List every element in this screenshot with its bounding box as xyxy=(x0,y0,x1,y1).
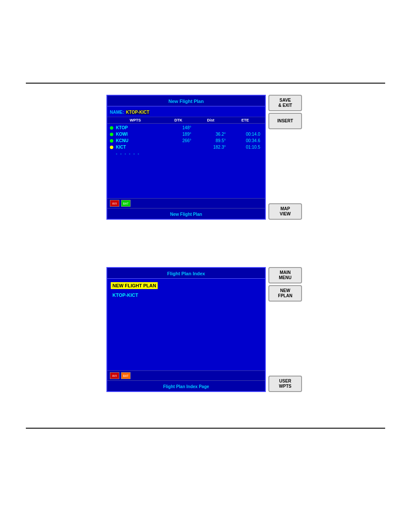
screen1-name-label: NAME: xyxy=(110,110,124,115)
page-container: New Flight Plan NAME: KTOP-KICT WPTS DTK… xyxy=(0,0,411,532)
bat-icon: BAT xyxy=(121,200,131,207)
screen2-content: NEW FLIGHT PLAN KTOP-KICT xyxy=(107,279,265,370)
wpt-name-kowi: KOWI xyxy=(116,132,163,137)
screen1-name-value: KTOP-KICT xyxy=(126,110,149,115)
screen2-footer-text: Flight Plan Index Page xyxy=(163,384,209,389)
wpt-ete-kict: 01:10.5 xyxy=(228,145,262,149)
screen1-title: New Flight Plan xyxy=(168,99,204,104)
wpt-dist-kowi: 36.2° xyxy=(193,132,228,137)
save-exit-button[interactable]: SAVE& EXIT xyxy=(268,95,302,111)
new-fplan-button[interactable]: NEWFPLAN xyxy=(268,285,302,302)
screen2-title-bar: Flight Plan Index xyxy=(107,268,265,279)
divider-top xyxy=(26,83,385,84)
col-header-dtk: DTK xyxy=(163,118,193,122)
screen1-buttons: SAVE& EXIT INSERT MAPVIEW xyxy=(266,95,305,220)
waypoint-row-kcnu: KCNU 266° 89.5° 00:34.6 xyxy=(107,137,265,144)
screen2-btn-spacer xyxy=(268,303,305,374)
col-header-ete: ETE xyxy=(228,118,262,122)
user-wpts-label: USERWPTS xyxy=(279,379,292,389)
insert-label: INSERT xyxy=(277,118,293,124)
col-header-wpts: WPTS xyxy=(107,118,163,122)
screen2-footer: Flight Plan Index Page xyxy=(107,380,265,391)
screen2-status-bar: WX BAT xyxy=(107,370,265,380)
waypoint-row-kict: KICT 182.3° 01:10.5 xyxy=(107,144,265,150)
wpt-dot-kcnu xyxy=(107,139,116,143)
wpt-dot-kowi xyxy=(107,133,116,136)
screen1-header-row: WPTS DTK Dist ETE xyxy=(107,117,265,124)
screen1-footer: New Flight Plan xyxy=(107,208,265,219)
col-header-dist: Dist xyxy=(193,118,228,122)
screen1-footer-text: New Flight Plan xyxy=(170,212,202,217)
new-fplan-label: NEWFPLAN xyxy=(278,288,292,299)
main-menu-label: MAINMENU xyxy=(279,270,291,280)
map-view-label: MAPVIEW xyxy=(280,206,291,217)
map-view-button[interactable]: MAPVIEW xyxy=(268,203,302,220)
wpt-name-kict: KICT xyxy=(116,145,163,149)
wpt-ete-kcnu: 00:34.6 xyxy=(228,138,262,143)
wpt-name-kcnu: KCNU xyxy=(116,138,163,143)
screen1-data-area: KTOP 148° KOWI 189° 36.2° 00:14.0 KCNU xyxy=(107,124,265,198)
wpt-ete-kowi: 00:14.0 xyxy=(228,132,262,137)
screen2-plan-item-ktop-kict[interactable]: KTOP-KICT xyxy=(111,292,262,299)
waypoint-row-ktop: KTOP 148° xyxy=(107,124,265,131)
waypoint-row-kowi: KOWI 189° 36.2° 00:14.0 xyxy=(107,131,265,137)
wpt-dtk-ktop: 148° xyxy=(163,125,193,130)
button-spacer-1 xyxy=(268,131,305,202)
screen1-display: New Flight Plan NAME: KTOP-KICT WPTS DTK… xyxy=(106,95,266,220)
screen1-container: New Flight Plan NAME: KTOP-KICT WPTS DTK… xyxy=(106,95,305,220)
wpt-dist-kict: 182.3° xyxy=(193,145,228,149)
screen1-status-bar: WX BAT xyxy=(107,198,265,208)
main-menu-button[interactable]: MAINMENU xyxy=(268,267,302,283)
wpt-dtk-kcnu: 266° xyxy=(163,138,193,143)
wpt-name-ktop: KTOP xyxy=(116,125,163,130)
wpt-dtk-kowi: 189° xyxy=(163,132,193,137)
save-exit-label: SAVE& EXIT xyxy=(278,98,292,108)
screen2-title: Flight Plan Index xyxy=(167,271,205,276)
bat-icon2: BAT xyxy=(121,372,131,379)
wx-icon2: WX xyxy=(110,372,119,379)
screen2-container: Flight Plan Index NEW FLIGHT PLAN KTOP-K… xyxy=(106,267,305,392)
divider-bottom xyxy=(26,428,385,429)
dashes-row: - - - - - - xyxy=(107,150,265,157)
screen2-display: Flight Plan Index NEW FLIGHT PLAN KTOP-K… xyxy=(106,267,266,392)
wpt-dot-ktop xyxy=(107,126,116,130)
wpt-dot-kict xyxy=(107,146,116,149)
screen2-buttons: MAINMENU NEWFPLAN USERWPTS xyxy=(266,267,305,392)
wpt-dist-kcnu: 89.5° xyxy=(193,138,228,143)
screen1-title-bar: New Flight Plan xyxy=(107,96,265,106)
screen1-name-row: NAME: KTOP-KICT xyxy=(107,106,265,117)
insert-button[interactable]: INSERT xyxy=(268,113,302,129)
user-wpts-button[interactable]: USERWPTS xyxy=(268,376,302,392)
screen2-new-flight-plan[interactable]: NEW FLIGHT PLAN xyxy=(111,282,158,289)
wx-icon: WX xyxy=(110,200,119,207)
